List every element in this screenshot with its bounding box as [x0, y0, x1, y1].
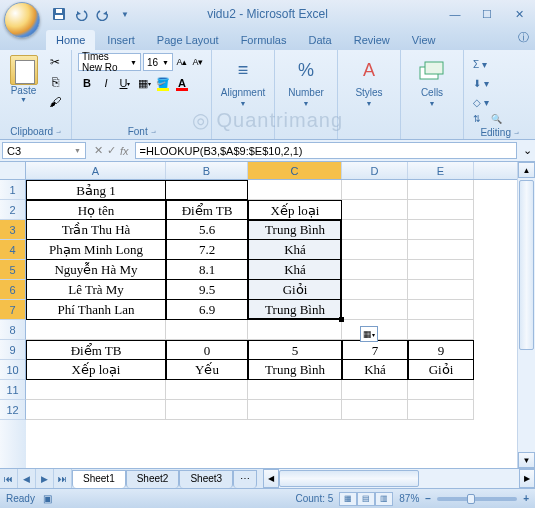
row-header-12[interactable]: 12 [0, 400, 26, 420]
enter-formula-icon[interactable]: ✓ [107, 144, 116, 157]
cut-icon[interactable]: ✂ [45, 53, 65, 71]
help-icon[interactable]: ⓘ [518, 30, 529, 45]
cell-B12[interactable] [166, 400, 248, 420]
cell-E10[interactable]: Giỏi [408, 360, 474, 380]
sheet-nav-next-icon[interactable]: ▶ [36, 469, 54, 488]
paste-button[interactable]: Paste ▼ [6, 53, 41, 111]
undo-icon[interactable] [72, 5, 90, 23]
cell-D6[interactable] [342, 280, 408, 300]
sheet-nav-last-icon[interactable]: ⏭ [54, 469, 72, 488]
cell-D12[interactable] [342, 400, 408, 420]
cell-E2[interactable] [408, 200, 474, 220]
styles-button[interactable]: A Styles ▼ [344, 53, 394, 109]
tab-formulas[interactable]: Formulas [231, 30, 297, 50]
col-header-D[interactable]: D [342, 162, 408, 179]
sort-filter-button[interactable]: ⇅ [470, 113, 484, 125]
cancel-formula-icon[interactable]: ✕ [94, 144, 103, 157]
cell-C2[interactable]: Xếp loại [248, 200, 342, 220]
cell-A10[interactable]: Xếp loại [26, 360, 166, 380]
autosum-button[interactable]: Σ ▾ [470, 55, 529, 73]
scroll-down-icon[interactable]: ▼ [518, 452, 535, 468]
cell-A4[interactable]: Phạm Minh Long [26, 240, 166, 260]
scroll-right-icon[interactable]: ▶ [519, 469, 535, 488]
cell-C10[interactable]: Trung Bình [248, 360, 342, 380]
grow-font-icon[interactable]: A▴ [175, 53, 189, 71]
zoom-thumb[interactable] [467, 494, 475, 504]
cell-B3[interactable]: 5.6 [166, 220, 248, 240]
cell-A7[interactable]: Phí Thanh Lan [26, 300, 166, 320]
row-header-1[interactable]: 1 [0, 180, 26, 200]
number-button[interactable]: % Number ▼ [281, 53, 331, 109]
row-header-6[interactable]: 6 [0, 280, 26, 300]
new-sheet-icon[interactable]: ⋯ [233, 470, 257, 488]
col-header-E[interactable]: E [408, 162, 474, 179]
col-header-A[interactable]: A [26, 162, 166, 179]
qat-customize-icon[interactable]: ▼ [116, 5, 134, 23]
cell-D1[interactable] [342, 180, 408, 200]
fx-icon[interactable]: fx [120, 145, 129, 157]
page-break-view-icon[interactable]: ▥ [375, 492, 393, 506]
row-header-3[interactable]: 3 [0, 220, 26, 240]
sheet-tab-1[interactable]: Sheet1 [72, 470, 126, 488]
fill-color-button[interactable]: 🪣 [154, 74, 172, 92]
select-all-corner[interactable] [0, 162, 26, 180]
horizontal-scrollbar[interactable]: ◀ ▶ [263, 469, 535, 488]
cell-C3[interactable]: Trung Bình [248, 220, 342, 240]
col-header-B[interactable]: B [166, 162, 248, 179]
maximize-button[interactable]: ☐ [475, 5, 499, 23]
cell-E12[interactable] [408, 400, 474, 420]
redo-icon[interactable] [94, 5, 112, 23]
cell-B6[interactable]: 9.5 [166, 280, 248, 300]
row-header-4[interactable]: 4 [0, 240, 26, 260]
cell-C4[interactable]: Khá [248, 240, 342, 260]
fill-button[interactable]: ⬇ ▾ [470, 74, 529, 92]
row-header-7[interactable]: 7 [0, 300, 26, 320]
sheet-nav-first-icon[interactable]: ⏮ [0, 469, 18, 488]
cell-C1[interactable] [248, 180, 342, 200]
tab-insert[interactable]: Insert [97, 30, 145, 50]
italic-button[interactable]: I [97, 74, 115, 92]
cell-C9[interactable]: 5 [248, 340, 342, 360]
cell-A12[interactable] [26, 400, 166, 420]
cell-B9[interactable]: 0 [166, 340, 248, 360]
cell-D9[interactable]: 7 [342, 340, 408, 360]
cell-A11[interactable] [26, 380, 166, 400]
vertical-scroll-thumb[interactable] [519, 180, 534, 350]
zoom-in-button[interactable]: + [523, 493, 529, 504]
cell-D5[interactable] [342, 260, 408, 280]
cell-E5[interactable] [408, 260, 474, 280]
underline-button[interactable]: U▾ [116, 74, 134, 92]
tab-data[interactable]: Data [298, 30, 341, 50]
cell-A6[interactable]: Lê Trà My [26, 280, 166, 300]
cell-E6[interactable] [408, 280, 474, 300]
expand-formula-bar-icon[interactable]: ⌄ [519, 140, 535, 161]
tab-page-layout[interactable]: Page Layout [147, 30, 229, 50]
cell-E7[interactable] [408, 300, 474, 320]
row-header-2[interactable]: 2 [0, 200, 26, 220]
find-select-button[interactable]: 🔍 [488, 113, 505, 125]
vertical-scrollbar[interactable]: ▲ ▼ [517, 162, 535, 468]
cell-A5[interactable]: Nguyễn Hà My [26, 260, 166, 280]
cell-B2[interactable]: Điểm TB [166, 200, 248, 220]
autofill-options-icon[interactable]: ▦▾ [360, 326, 378, 342]
format-painter-icon[interactable]: 🖌 [45, 93, 65, 111]
normal-view-icon[interactable]: ▦ [339, 492, 357, 506]
sheet-nav-prev-icon[interactable]: ◀ [18, 469, 36, 488]
row-header-8[interactable]: 8 [0, 320, 26, 340]
cell-E4[interactable] [408, 240, 474, 260]
alignment-button[interactable]: ≡ Alignment ▼ [218, 53, 268, 109]
formula-input[interactable]: =HLOOKUP(B3,$A$9:$E$10,2,1) [135, 142, 517, 159]
font-color-button[interactable]: A [173, 74, 191, 92]
shrink-font-icon[interactable]: A▾ [191, 53, 205, 71]
cell-D10[interactable]: Khá [342, 360, 408, 380]
scroll-left-icon[interactable]: ◀ [263, 469, 279, 488]
cell-A8[interactable] [26, 320, 166, 340]
zoom-level[interactable]: 87% [399, 493, 419, 504]
cell-D4[interactable] [342, 240, 408, 260]
sheet-tab-3[interactable]: Sheet3 [179, 470, 233, 488]
col-header-C[interactable]: C [248, 162, 342, 179]
cell-A1[interactable]: Bảng 1 [26, 180, 166, 200]
fill-handle[interactable] [339, 317, 344, 322]
cell-A2[interactable]: Họ tên [26, 200, 166, 220]
cell-A9[interactable]: Điểm TB [26, 340, 166, 360]
